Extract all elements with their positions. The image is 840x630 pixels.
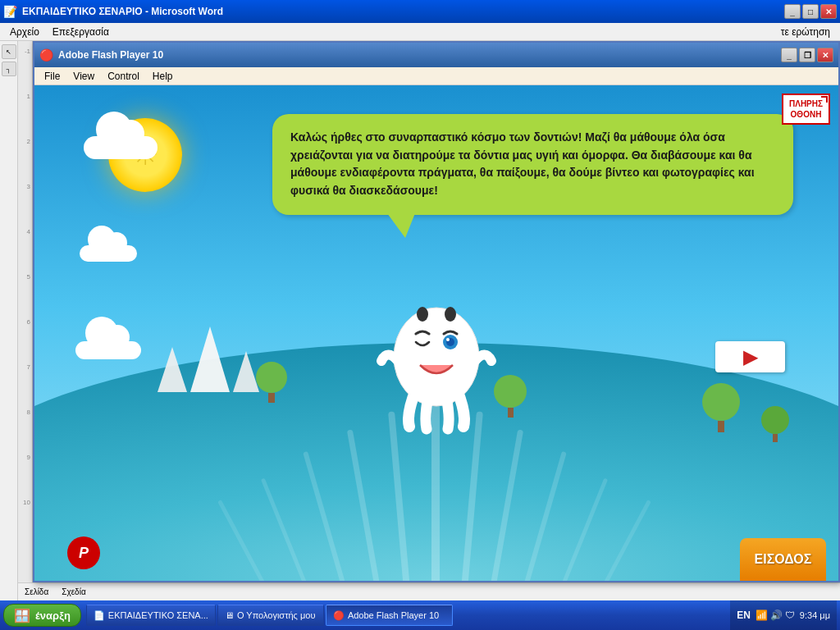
taskbar-tray: EN 📶 🔊 🛡 9:34 μμ — [730, 600, 837, 630]
entry-button[interactable]: ΕΙΣΟΔΟΣ — [740, 538, 826, 581]
tray-icon-security: 🛡 — [785, 609, 795, 621]
building-2 — [190, 326, 230, 392]
word-close-button[interactable]: ✕ — [820, 4, 837, 19]
building-1 — [158, 347, 187, 392]
flash-close-button[interactable]: ✕ — [817, 48, 833, 62]
speech-text: Καλώς ήρθες στο συναρπαστικό κόσμο των δ… — [290, 130, 755, 197]
cloud-3 — [75, 331, 141, 359]
ruler-mark: 1 — [18, 93, 32, 138]
word-app-icon: 📝 — [3, 5, 17, 18]
taskbar: 🪟 έναρξη 📄 ΕΚΠΑΙΔΕΥΤΙΚΟ ΣΕΝΑ... 🖥 Ο Υπολ… — [0, 600, 840, 630]
flash-win-controls: _ ❐ ✕ — [781, 48, 833, 62]
tree-right-1 — [702, 383, 740, 432]
ruler-mark: 10 — [18, 499, 32, 544]
fullscreen-button[interactable]: ΠΛΗΡΗΣΟΘΟΝΗ — [782, 94, 830, 125]
word-status-bar: Σελίδα Σχεδία — [18, 582, 840, 600]
svg-point-0 — [394, 308, 479, 406]
tree-right-2 — [761, 406, 789, 442]
word-content-area: ↖ ┐ -1 1 2 3 4 5 6 7 8 9 10 Σελίδα Σχεδί… — [0, 41, 840, 600]
buildings — [158, 326, 259, 392]
ruler-mark: 5 — [18, 273, 32, 318]
ruler-mark: 2 — [18, 138, 32, 183]
speech-bubble: Καλώς ήρθες στο συναρπαστικό κόσμο των δ… — [272, 114, 793, 215]
taskbar-items: 📄 ΕΚΠΑΙΔΕΥΤΙΚΟ ΣΕΝΑ... 🖥 Ο Υπολογιστής μ… — [86, 605, 728, 626]
word-menu-file[interactable]: Αρχείο — [3, 25, 46, 39]
taskbar-mycomputer-label: Ο Υπολογιστής μου — [237, 610, 316, 620]
flash-restore-button[interactable]: ❐ — [799, 48, 815, 62]
tree-left-1 — [256, 362, 287, 403]
arrow-right-icon: ▶ — [743, 345, 758, 368]
next-arrow-button[interactable]: ▶ — [715, 341, 785, 372]
taskbar-item-flash[interactable]: 🔴 Adobe Flash Player 10 — [326, 605, 453, 626]
svg-point-3 — [446, 338, 450, 341]
flash-menu-control[interactable]: Control — [101, 69, 146, 84]
page-label: Σελίδα — [25, 587, 48, 596]
taskbar-item-mycomputer[interactable]: 🖥 Ο Υπολογιστής μου — [217, 605, 324, 626]
word-menu-edit[interactable]: Επεξεργασία — [46, 25, 116, 39]
ruler-mark: 3 — [18, 183, 32, 228]
svg-point-4 — [417, 307, 428, 322]
ruler-mark: 4 — [18, 228, 32, 273]
start-button[interactable]: 🪟 έναρξη — [3, 604, 81, 627]
bubble-tail — [387, 213, 415, 238]
word-right-menu[interactable]: τε ερώτηση — [774, 25, 837, 39]
tray-icon-network: 📶 — [756, 609, 768, 621]
taskbar-word-icon: 📄 — [94, 610, 105, 621]
tray-icon-sound: 🔊 — [770, 609, 783, 621]
taskbar-flash-icon: 🔴 — [333, 610, 345, 621]
flash-icon: 🔴 — [39, 48, 53, 62]
svg-point-5 — [445, 307, 456, 322]
ruler-mark: 8 — [18, 409, 32, 454]
word-win-controls: _ □ ✕ — [784, 4, 837, 19]
taskbar-word-label: ΕΚΠΑΙΔΕΥΤΙΚΟ ΣΕΝΑ... — [108, 610, 208, 620]
flash-menu-help[interactable]: Help — [146, 69, 180, 84]
flash-title-bar: 🔴 Adobe Flash Player 10 _ ❐ ✕ — [34, 43, 838, 67]
tray-icons: 📶 🔊 🛡 — [756, 609, 795, 621]
left-tool-2[interactable]: ┐ — [2, 62, 16, 76]
tooth-character — [375, 283, 498, 442]
ruler-mark: 9 — [18, 454, 32, 499]
word-maximize-button[interactable]: □ — [802, 4, 819, 19]
word-title-bar: 📝 ΕΚΠΑΙΔΕΥΤΙΚΟ ΣΕΝΑΡΙΟ - Microsoft Word … — [0, 0, 840, 23]
red-logo: P — [67, 536, 100, 569]
entry-label: ΕΙΣΟΔΟΣ — [755, 552, 812, 567]
flash-menu-bar: File View Control Help — [34, 67, 838, 85]
clock: 9:34 μμ — [800, 610, 830, 620]
lang-indicator: EN — [737, 609, 751, 621]
tree-mid — [494, 375, 527, 418]
taskbar-item-word[interactable]: 📄 ΕΚΠΑΙΔΕΥΤΙΚΟ ΣΕΝΑ... — [86, 605, 216, 626]
taskbar-flash-label: Adobe Flash Player 10 — [348, 610, 439, 620]
ruler-mark: 6 — [18, 318, 32, 363]
word-menu-bar: Αρχείο Επεξεργασία τε ερώτηση — [0, 23, 840, 41]
left-ruler: -1 1 2 3 4 5 6 7 8 9 10 — [18, 41, 33, 582]
schema-label: Σχεδία — [62, 587, 85, 596]
flash-title-text: Adobe Flash Player 10 — [58, 49, 781, 61]
ruler-mark: 7 — [18, 363, 32, 409]
word-left-toolbar: ↖ ┐ — [0, 41, 18, 600]
flash-minimize-button[interactable]: _ — [781, 48, 797, 62]
word-title-text: ΕΚΠΑΙΔΕΥΤΙΚΟ ΣΕΝΑΡΙΟ - Microsoft Word — [22, 6, 784, 17]
cloud-2 — [80, 237, 137, 262]
word-minimize-button[interactable]: _ — [784, 4, 801, 19]
expand-icon — [821, 96, 828, 103]
flash-menu-file[interactable]: File — [38, 69, 66, 84]
left-tool-1[interactable]: ↖ — [2, 44, 16, 59]
fullscreen-label: ΠΛΗΡΗΣΟΘΟΝΗ — [789, 99, 823, 119]
flash-menu-view[interactable]: View — [66, 69, 101, 84]
taskbar-mycomputer-icon: 🖥 — [225, 610, 234, 620]
flash-content-area: ☀ — [34, 85, 838, 581]
start-icon: 🪟 — [14, 608, 30, 623]
flash-player-window: 🔴 Adobe Flash Player 10 _ ❐ ✕ File View … — [33, 41, 840, 582]
ruler-mark: -1 — [18, 48, 32, 93]
cloud-1 — [84, 126, 158, 159]
start-label: έναρξη — [35, 609, 71, 622]
